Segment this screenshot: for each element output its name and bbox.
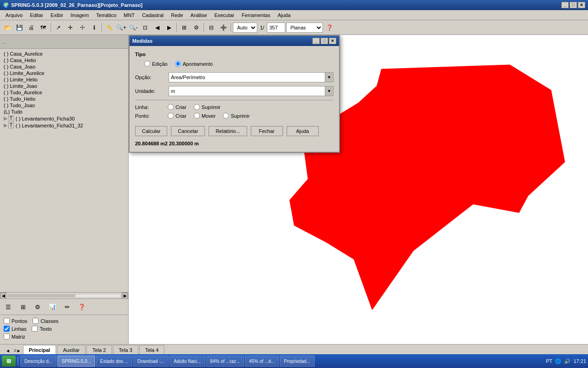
taskbar-item-5[interactable]: 84% of ...raz... bbox=[206, 356, 244, 367]
menu-ferramentas[interactable]: Ferramentas bbox=[238, 12, 274, 19]
layer-classes[interactable]: Classes bbox=[33, 318, 58, 324]
title-bar-controls[interactable]: _ □ ✕ bbox=[561, 2, 585, 8]
toolbar-layer-btn[interactable]: ⊞ bbox=[179, 22, 190, 33]
tab-nav-left[interactable]: ◄ bbox=[4, 347, 12, 354]
tree-item-0[interactable]: ( ) Casa_Aurelice bbox=[2, 51, 126, 57]
maximize-button[interactable]: □ bbox=[570, 2, 577, 8]
menu-rede[interactable]: Rede bbox=[167, 12, 187, 19]
toolbar-back-btn[interactable]: ◀ bbox=[152, 22, 163, 33]
menu-mnt[interactable]: MNT bbox=[120, 12, 138, 19]
opcao-dropdown-btn[interactable]: ▼ bbox=[325, 72, 334, 82]
toolbar-forward-btn[interactable]: ▶ bbox=[164, 22, 175, 33]
linhas-checkbox[interactable] bbox=[4, 326, 10, 332]
calcular-button[interactable]: Calcular bbox=[135, 126, 167, 136]
tree-item-6[interactable]: ( ) Tudo_Aurelice bbox=[2, 89, 126, 96]
minimize-button[interactable]: _ bbox=[561, 2, 569, 8]
menu-cadastral[interactable]: Cadastral bbox=[138, 12, 167, 19]
taskbar-item-4[interactable]: Adulto Naci... bbox=[170, 356, 205, 367]
toolbar-open-btn[interactable]: 📂 bbox=[2, 22, 13, 33]
tree-expand-1[interactable]: ▶ T ( ) Levantamento_Ficha31_32 bbox=[2, 122, 126, 129]
sidebar-help-btn[interactable]: ❓ bbox=[75, 301, 88, 313]
tab-tela3[interactable]: Tela 3 bbox=[113, 345, 138, 354]
ponto-suprimir-item[interactable]: Suprimir bbox=[223, 113, 249, 119]
menu-arquivo[interactable]: Arquivo bbox=[2, 12, 26, 19]
tab-principal[interactable]: Principal bbox=[23, 345, 56, 354]
close-button[interactable]: ✕ bbox=[578, 2, 585, 8]
layer-matriz[interactable]: Matriz bbox=[4, 334, 25, 339]
radio-linha-suprimir[interactable] bbox=[194, 104, 200, 110]
projection-select[interactable]: Planas bbox=[286, 23, 323, 33]
toolbar-pan-btn[interactable]: ☩ bbox=[77, 22, 88, 33]
taskbar-item-6[interactable]: 45% of ...d... bbox=[245, 356, 279, 367]
ponto-mover-item[interactable]: Mover bbox=[194, 113, 216, 119]
toolbar-map-btn[interactable]: 🗺 bbox=[38, 22, 49, 33]
tree-item-2[interactable]: ( ) Casa_Joao bbox=[2, 63, 126, 70]
menu-imagem[interactable]: Imagem bbox=[67, 12, 93, 19]
toolbar-print-btn[interactable]: 🖨 bbox=[26, 22, 37, 33]
tab-tela2[interactable]: Tela 2 bbox=[86, 345, 112, 354]
toolbar-info-btn[interactable]: ℹ bbox=[89, 22, 100, 33]
sidebar-settings-btn[interactable]: ⚙ bbox=[31, 301, 44, 313]
start-button[interactable]: ⊞ bbox=[2, 356, 16, 367]
toolbar-move-btn[interactable]: ✛ bbox=[65, 22, 76, 33]
tree-item-4[interactable]: ( ) Limite_Helio bbox=[2, 76, 126, 83]
canvas-area[interactable]: Medidas _ □ ✕ Tipo Edição Apontamento bbox=[129, 35, 588, 344]
opcao-combo[interactable]: ▼ bbox=[169, 72, 334, 82]
menu-ajuda[interactable]: Ajuda bbox=[274, 12, 294, 19]
tree-item-7[interactable]: ( ) Tudo_Helio bbox=[2, 96, 126, 102]
dialog-close-btn[interactable]: ✕ bbox=[329, 38, 336, 44]
scroll-right-btn[interactable]: ▶ bbox=[122, 293, 128, 299]
pontos-checkbox[interactable] bbox=[4, 318, 10, 324]
sidebar-pencil-btn[interactable]: ✏ bbox=[61, 301, 74, 313]
unidade-input[interactable] bbox=[169, 86, 325, 96]
sidebar-list-btn[interactable]: ☰ bbox=[2, 301, 15, 313]
radio-apontamento[interactable] bbox=[175, 61, 181, 67]
radio-ponto-criar[interactable] bbox=[168, 113, 174, 119]
cancelar-button[interactable]: Cancelar bbox=[171, 126, 205, 136]
tab-auxiliar[interactable]: Auxiliar bbox=[57, 345, 85, 354]
sidebar-chart-btn[interactable]: 📊 bbox=[46, 301, 59, 313]
radio-edicao[interactable] bbox=[144, 61, 150, 67]
zoom-auto-select[interactable]: Auto bbox=[233, 23, 257, 33]
linha-criar-item[interactable]: Criar bbox=[168, 104, 187, 110]
menu-exibir[interactable]: Exibir bbox=[47, 12, 67, 19]
taskbar-item-0[interactable]: Descrição d... bbox=[20, 356, 57, 367]
toolbar-save-btn[interactable]: 💾 bbox=[14, 22, 25, 33]
relatorio-button[interactable]: Relatório... bbox=[209, 126, 247, 136]
ponto-criar-item[interactable]: Criar bbox=[168, 113, 187, 119]
tree-item-3[interactable]: ( ) Limite_Aurelice bbox=[2, 70, 126, 76]
unidade-combo[interactable]: ▼ bbox=[169, 86, 334, 96]
dialog-restore-btn[interactable]: □ bbox=[321, 38, 328, 44]
toolbar-zoom-fit-btn[interactable]: ⊡ bbox=[140, 22, 151, 33]
radio-apontamento-item[interactable]: Apontamento bbox=[175, 61, 213, 67]
matriz-checkbox[interactable] bbox=[4, 334, 10, 339]
zoom-value-input[interactable] bbox=[267, 23, 285, 33]
radio-edicao-item[interactable]: Edição bbox=[144, 61, 168, 67]
tree-item-1[interactable]: ( ) Casa_Helio bbox=[2, 57, 126, 63]
toolbar-settings-btn[interactable]: ⚙ bbox=[191, 22, 202, 33]
taskbar-item-1[interactable]: SPRING-5.0... bbox=[57, 356, 95, 367]
tree-item-9[interactable]: (L) Tudo bbox=[2, 109, 126, 115]
toolbar-grid-btn[interactable]: ⊟ bbox=[206, 22, 217, 33]
unidade-dropdown-btn[interactable]: ▼ bbox=[325, 86, 334, 96]
layer-pontos[interactable]: Pontos bbox=[4, 318, 27, 324]
tab-nav-plus[interactable]: =► bbox=[12, 347, 23, 354]
layer-texto[interactable]: Texto bbox=[32, 326, 51, 332]
taskbar-item-3[interactable]: Download -... bbox=[133, 356, 169, 367]
classes-checkbox[interactable] bbox=[33, 318, 39, 324]
menu-executar[interactable]: Executar bbox=[211, 12, 238, 19]
tab-tela4[interactable]: Tela 4 bbox=[139, 345, 164, 354]
tree-item-5[interactable]: ( ) Limite_Joao bbox=[2, 83, 126, 89]
tree-area[interactable]: ( ) Casa_Aurelice ( ) Casa_Helio ( ) Cas… bbox=[0, 49, 128, 292]
radio-linha-criar[interactable] bbox=[168, 104, 174, 110]
texto-checkbox[interactable] bbox=[32, 326, 38, 332]
toolbar-zoom-out-btn[interactable]: 🔍- bbox=[128, 22, 139, 33]
scroll-left-btn[interactable]: ◀ bbox=[0, 293, 6, 299]
scrollbar-track[interactable] bbox=[7, 294, 121, 298]
toolbar-measure-btn[interactable]: 📏 bbox=[104, 22, 115, 33]
taskbar-item-7[interactable]: Propriedad... bbox=[280, 356, 314, 367]
menu-tematico[interactable]: Temático bbox=[92, 12, 120, 19]
fechar-button[interactable]: Fechar bbox=[251, 126, 283, 136]
toolbar-help-btn[interactable]: ❓ bbox=[324, 22, 335, 33]
toolbar-select-btn[interactable]: ↗ bbox=[53, 22, 64, 33]
